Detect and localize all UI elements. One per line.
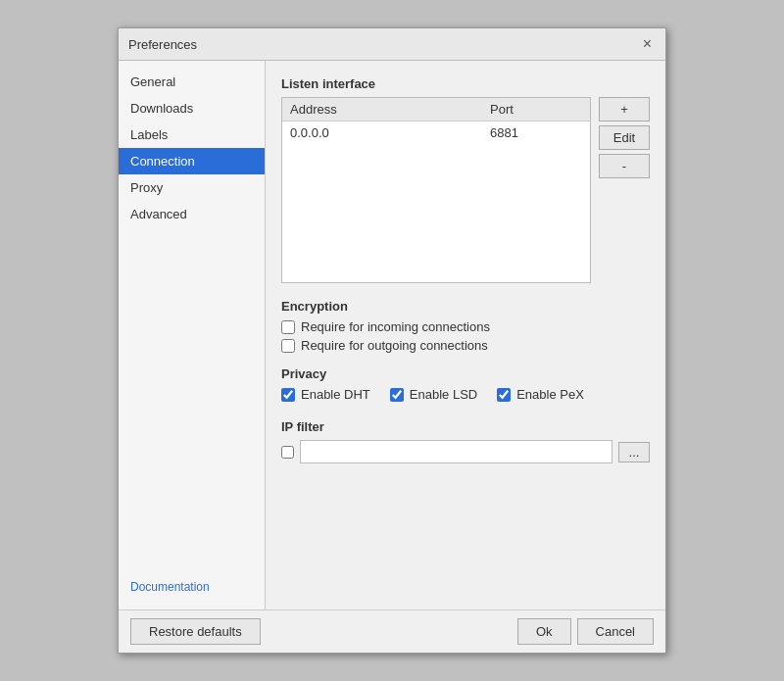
close-button[interactable]: ×: [639, 34, 656, 54]
lsd-checkbox-row: Enable LSD: [390, 387, 477, 402]
add-button[interactable]: +: [599, 97, 650, 122]
lsd-checkbox[interactable]: [390, 388, 404, 402]
sidebar-nav: General Downloads Labels Connection Prox…: [119, 69, 265, 227]
dialog-body: General Downloads Labels Connection Prox…: [119, 61, 665, 609]
documentation-link[interactable]: Documentation: [130, 580, 210, 594]
ip-filter-title: IP filter: [281, 419, 650, 434]
edit-button[interactable]: Edit: [599, 125, 650, 150]
listen-interface-title: Listen interface: [281, 76, 650, 91]
title-bar: Preferences ×: [119, 28, 665, 61]
sidebar-item-downloads[interactable]: Downloads: [119, 95, 265, 122]
incoming-label: Require for incoming connections: [301, 319, 490, 334]
dht-checkbox-row: Enable DHT: [281, 387, 370, 402]
ip-filter-input[interactable]: [300, 440, 612, 463]
dht-label: Enable DHT: [301, 387, 370, 402]
sidebar-item-proxy[interactable]: Proxy: [119, 174, 265, 201]
pex-checkbox[interactable]: [497, 388, 511, 402]
outgoing-checkbox[interactable]: [281, 339, 295, 353]
preferences-dialog: Preferences × General Downloads Labels C…: [118, 27, 666, 654]
privacy-row: Enable DHT Enable LSD Enable PeX: [281, 387, 650, 406]
pex-label: Enable PeX: [516, 387, 584, 402]
listen-table: Address Port 0.0.0.0 6881: [282, 98, 590, 144]
sidebar: General Downloads Labels Connection Prox…: [119, 61, 266, 609]
sidebar-item-connection[interactable]: Connection: [119, 148, 265, 174]
sidebar-doc: Documentation: [119, 571, 265, 602]
listen-table-wrapper: Address Port 0.0.0.0 6881: [281, 97, 591, 283]
ip-filter-section: IP filter ...: [281, 419, 650, 463]
listen-interface-section: Listen interface Address Port: [281, 76, 650, 283]
encryption-title: Encryption: [281, 299, 650, 314]
sidebar-item-labels[interactable]: Labels: [119, 122, 265, 148]
restore-defaults-button[interactable]: Restore defaults: [130, 618, 261, 645]
incoming-checkbox[interactable]: [281, 320, 295, 334]
col-header-address: Address: [282, 98, 482, 122]
row-port: 6881: [482, 122, 590, 145]
table-row[interactable]: 0.0.0.0 6881: [282, 122, 590, 145]
pex-checkbox-row: Enable PeX: [497, 387, 584, 402]
cancel-button[interactable]: Cancel: [577, 618, 654, 645]
listen-area: Address Port 0.0.0.0 6881: [281, 97, 650, 283]
ip-filter-row: ...: [281, 440, 650, 463]
incoming-checkbox-row: Require for incoming connections: [281, 319, 650, 334]
privacy-section: Privacy Enable DHT Enable LSD Enable PeX: [281, 366, 650, 406]
outgoing-checkbox-row: Require for outgoing connections: [281, 338, 650, 353]
ok-button[interactable]: Ok: [517, 618, 571, 645]
main-content: Listen interface Address Port: [266, 61, 665, 609]
ip-filter-checkbox[interactable]: [281, 446, 294, 459]
col-header-port: Port: [482, 98, 590, 122]
sidebar-item-general[interactable]: General: [119, 69, 265, 95]
ip-filter-browse-button[interactable]: ...: [618, 442, 650, 462]
sidebar-item-advanced[interactable]: Advanced: [119, 201, 265, 227]
encryption-section: Encryption Require for incoming connecti…: [281, 299, 650, 353]
dialog-title: Preferences: [128, 37, 197, 52]
outgoing-label: Require for outgoing connections: [301, 338, 488, 353]
dialog-footer: Restore defaults Ok Cancel: [119, 609, 665, 653]
remove-button[interactable]: -: [599, 154, 650, 178]
listen-buttons: + Edit -: [599, 97, 650, 178]
lsd-label: Enable LSD: [410, 387, 477, 402]
privacy-title: Privacy: [281, 366, 650, 381]
dht-checkbox[interactable]: [281, 388, 295, 402]
row-address: 0.0.0.0: [282, 122, 482, 145]
